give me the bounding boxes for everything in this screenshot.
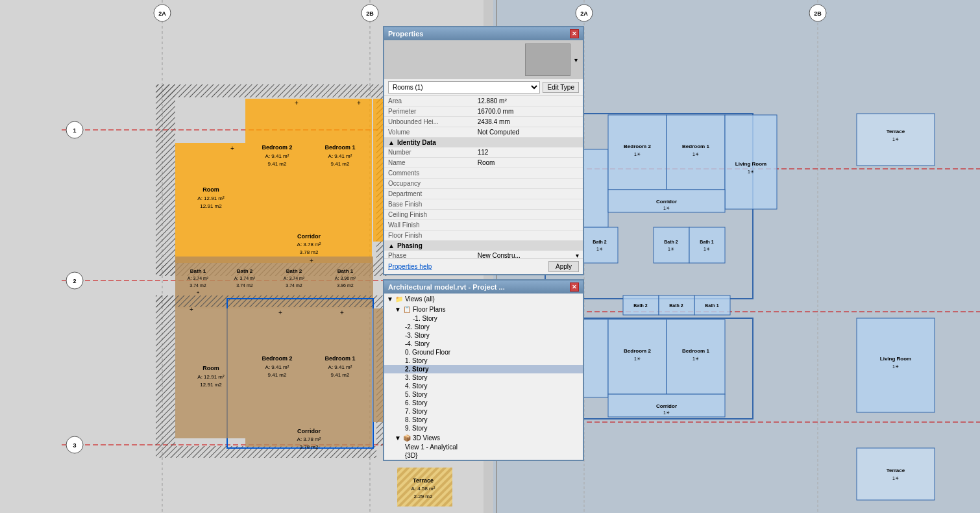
svg-text:+: + bbox=[278, 309, 282, 316]
prop-label-area: Area bbox=[384, 96, 474, 106]
prop-row-wall-finish: Wall Finish bbox=[384, 220, 583, 231]
project-tree[interactable]: ▼ 📁 Views (all) ▼ 📋 Floor Plans -1. Stor… bbox=[384, 294, 583, 460]
prop-value-phase: New Constru... ▾ bbox=[474, 251, 583, 258]
svg-text:A: 3.74 m²: A: 3.74 m² bbox=[188, 276, 209, 281]
svg-text:Bath 2: Bath 2 bbox=[286, 268, 302, 274]
tree-story-7[interactable]: 7. Story bbox=[384, 407, 583, 416]
svg-text:Bedroom 1: Bedroom 1 bbox=[682, 144, 709, 149]
tree-story-minus1[interactable]: -1. Story bbox=[384, 314, 583, 323]
properties-phasing-section[interactable]: ▲ Phasing bbox=[384, 241, 583, 251]
svg-text:3.74 m2: 3.74 m2 bbox=[236, 283, 252, 288]
svg-text:2.29 m2: 2.29 m2 bbox=[414, 494, 433, 499]
views-icon: 📁 bbox=[395, 294, 404, 303]
prop-row-department: Department bbox=[384, 189, 583, 199]
svg-rect-30 bbox=[156, 295, 376, 307]
tree-expand-floor-plans: ▼ bbox=[395, 306, 401, 313]
svg-text:Bath 2: Bath 2 bbox=[664, 240, 678, 244]
properties-footer: Properties help Apply bbox=[384, 258, 583, 274]
prop-label-base-finish: Base Finish bbox=[384, 199, 474, 210]
phase-dropdown-arrow[interactable]: ▾ bbox=[576, 252, 579, 258]
prop-row-area: Area 12.880 m² bbox=[384, 96, 583, 106]
svg-text:1☀: 1☀ bbox=[892, 476, 899, 481]
prop-value-height: 2438.4 mm bbox=[474, 117, 583, 127]
properties-identity-section[interactable]: ▲ Identity Data bbox=[384, 138, 583, 147]
svg-text:Bedroom 2: Bedroom 2 bbox=[262, 355, 292, 362]
properties-dropdown-row: Rooms (1) Edit Type bbox=[384, 79, 583, 96]
tree-3dviews[interactable]: ▼ 📦 3D Views bbox=[384, 432, 583, 443]
tree-views-all[interactable]: ▼ 📁 Views (all) bbox=[384, 294, 583, 304]
svg-text:2B: 2B bbox=[366, 10, 374, 17]
prop-row-comments: Comments bbox=[384, 168, 583, 179]
svg-text:A: 3.74 m²: A: 3.74 m² bbox=[284, 276, 305, 281]
svg-rect-139 bbox=[582, 227, 618, 263]
tree-story-ground[interactable]: 0. Ground Floor bbox=[384, 348, 583, 357]
tree-story-1[interactable]: 1. Story bbox=[384, 357, 583, 365]
prop-label-number: Number bbox=[384, 147, 474, 158]
tree-story-minus4[interactable]: -4. Story bbox=[384, 340, 583, 348]
tree-story-8[interactable]: 8. Story bbox=[384, 416, 583, 424]
svg-text:Bath 1: Bath 1 bbox=[337, 268, 354, 274]
tree-story-9[interactable]: 9. Story bbox=[384, 424, 583, 432]
svg-text:+: + bbox=[310, 257, 313, 264]
prop-row-ceiling-finish: Ceiling Finish bbox=[384, 210, 583, 220]
tree-3d-default[interactable]: {3D} bbox=[384, 451, 583, 460]
svg-text:Terrace: Terrace bbox=[413, 477, 434, 484]
svg-text:2A: 2A bbox=[158, 10, 166, 17]
svg-text:+: + bbox=[340, 309, 344, 316]
phasing-table: Phase New Constru... ▾ bbox=[384, 251, 583, 258]
prop-row-name: Name Room bbox=[384, 158, 583, 168]
svg-text:A: 12.91 m²: A: 12.91 m² bbox=[197, 374, 225, 380]
tree-story-3[interactable]: 3. Story bbox=[384, 373, 583, 382]
tree-story-5[interactable]: 5. Story bbox=[384, 390, 583, 399]
tree-story-4[interactable]: 4. Story bbox=[384, 382, 583, 390]
svg-text:Bath 1: Bath 1 bbox=[700, 240, 714, 244]
properties-close-button[interactable]: ✕ bbox=[570, 29, 579, 38]
svg-text:12.91 m2: 12.91 m2 bbox=[200, 382, 222, 388]
prop-label-ceiling-finish: Ceiling Finish bbox=[384, 210, 474, 220]
prop-label-department: Department bbox=[384, 189, 474, 199]
svg-text:Bedroom 2: Bedroom 2 bbox=[624, 348, 651, 354]
svg-text:Corridor: Corridor bbox=[297, 428, 321, 434]
properties-help-link[interactable]: Properties help bbox=[388, 263, 432, 270]
project-close-button[interactable]: ✕ bbox=[570, 282, 579, 292]
tree-story-minus3[interactable]: -3. Story bbox=[384, 331, 583, 340]
svg-text:Terrace: Terrace bbox=[887, 129, 905, 134]
tree-story-minus2[interactable]: -2. Story bbox=[384, 323, 583, 331]
properties-preview: ▾ bbox=[384, 40, 583, 79]
svg-text:Living Room: Living Room bbox=[880, 356, 911, 362]
properties-panel: Properties ✕ ▾ Rooms (1) Edit Type Area … bbox=[383, 26, 584, 275]
phasing-section-label: Phasing bbox=[397, 242, 423, 249]
svg-rect-164 bbox=[857, 448, 935, 500]
prop-row-height: Unbounded Hei... 2438.4 mm bbox=[384, 117, 583, 127]
tree-story-2[interactable]: 2. Story bbox=[384, 365, 583, 373]
svg-text:1☀: 1☀ bbox=[668, 247, 674, 251]
svg-text:A: 9.41 m²: A: 9.41 m² bbox=[328, 153, 352, 159]
svg-text:Corridor: Corridor bbox=[656, 199, 677, 205]
properties-type-dropdown[interactable]: Rooms (1) bbox=[388, 81, 540, 94]
tree-floor-plans[interactable]: ▼ 📋 Floor Plans bbox=[384, 304, 583, 314]
svg-text:3.74 m2: 3.74 m2 bbox=[190, 283, 206, 288]
floor-plans-icon: 📋 bbox=[402, 305, 411, 314]
svg-text:9.41 m2: 9.41 m2 bbox=[268, 161, 287, 167]
tree-story-6[interactable]: 6. Story bbox=[384, 399, 583, 407]
properties-scroll-area[interactable]: Area 12.880 m² Perimeter 16700.0 mm Unbo… bbox=[384, 96, 583, 258]
svg-text:1☀: 1☀ bbox=[596, 247, 603, 251]
properties-titlebar[interactable]: Properties ✕ bbox=[384, 27, 583, 40]
properties-preview-scroll[interactable]: ▾ bbox=[570, 56, 578, 64]
prop-value-wall-finish bbox=[474, 220, 583, 231]
svg-text:1☀: 1☀ bbox=[634, 357, 641, 361]
prop-label-name: Name bbox=[384, 158, 474, 168]
prop-label-floor-finish: Floor Finish bbox=[384, 231, 474, 241]
svg-text:A: 3.96 m²: A: 3.96 m² bbox=[335, 276, 356, 281]
svg-text:1: 1 bbox=[73, 127, 76, 134]
properties-apply-button[interactable]: Apply bbox=[548, 261, 579, 272]
svg-text:A: 3.78 m²: A: 3.78 m² bbox=[297, 242, 321, 247]
svg-text:A: 9.41 m²: A: 9.41 m² bbox=[265, 153, 289, 159]
properties-edit-type-button[interactable]: Edit Type bbox=[543, 82, 579, 93]
svg-text:3.74 m2: 3.74 m2 bbox=[286, 283, 302, 288]
project-titlebar[interactable]: Architectural model.rvt - Project ... ✕ bbox=[384, 281, 583, 294]
svg-text:Bedroom 2: Bedroom 2 bbox=[624, 144, 651, 149]
tree-3d-analytical[interactable]: View 1 - Analytical bbox=[384, 443, 583, 451]
properties-title: Properties bbox=[388, 30, 423, 38]
prop-row-floor-finish: Floor Finish bbox=[384, 231, 583, 241]
